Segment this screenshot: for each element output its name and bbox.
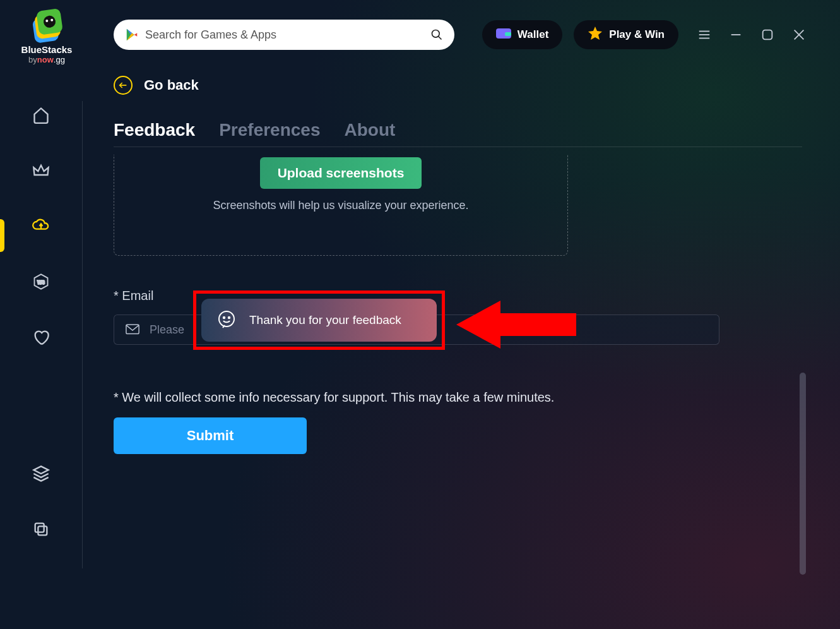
svg-rect-22	[35, 524, 44, 532]
wallet-label: Wallet	[518, 28, 548, 41]
mail-icon	[126, 324, 139, 335]
crown-icon[interactable]	[32, 162, 50, 179]
play-win-button[interactable]: Play & Win	[574, 20, 678, 49]
scrollbar[interactable]	[800, 373, 806, 575]
search-bar[interactable]	[114, 20, 454, 50]
upload-screenshots-button[interactable]: Upload screenshots	[260, 157, 422, 189]
smile-chat-icon	[216, 310, 237, 330]
go-back-button[interactable]: Go back	[114, 76, 802, 95]
maximize-icon[interactable]	[760, 28, 774, 42]
svg-rect-9	[505, 32, 511, 36]
brand-name: BlueStacks	[21, 44, 73, 55]
tabs: Feedback Preferences About	[114, 120, 802, 147]
minimize-icon[interactable]	[729, 28, 743, 42]
svg-line-7	[439, 37, 442, 40]
copy-icon[interactable]	[32, 520, 50, 538]
svg-rect-21	[38, 526, 47, 535]
annotation-overlay: Thank you for your feedback	[193, 291, 445, 350]
svg-marker-10	[588, 27, 602, 40]
arrow-left-icon	[114, 76, 133, 95]
search-icon	[430, 28, 443, 41]
tab-about[interactable]: About	[345, 120, 396, 140]
play-win-label: Play & Win	[609, 28, 665, 41]
tab-feedback[interactable]: Feedback	[114, 120, 195, 140]
submit-button[interactable]: Submit	[114, 417, 307, 454]
close-icon[interactable]	[792, 28, 806, 42]
heart-icon[interactable]	[32, 328, 50, 346]
feedback-toast: Thank you for your feedback	[201, 299, 437, 342]
search-input[interactable]	[145, 28, 430, 42]
wallet-icon	[496, 27, 511, 42]
sidebar-divider	[82, 101, 83, 568]
cloud-sync-icon[interactable]	[32, 217, 50, 235]
upload-hint: Screenshots will help us visualize your …	[114, 199, 567, 212]
bluestacks-logo-icon	[28, 5, 66, 43]
star-badge-icon	[588, 26, 603, 44]
home-icon[interactable]	[32, 106, 50, 124]
brand: BlueStacks bynow.gg	[15, 5, 78, 64]
svg-point-27	[228, 317, 230, 318]
svg-rect-24	[126, 325, 139, 334]
svg-marker-20	[33, 466, 48, 474]
wallet-button[interactable]: Wallet	[482, 20, 562, 49]
toast-text: Thank you for your feedback	[249, 313, 401, 327]
google-play-icon	[125, 28, 139, 42]
hex-w3-icon[interactable]: W3	[32, 273, 50, 291]
menu-icon[interactable]	[697, 28, 711, 42]
topbar: BlueStacks bynow.gg Wallet	[0, 0, 840, 69]
sidebar: W3	[0, 95, 82, 629]
collection-note: * We will collect some info necessary fo…	[114, 390, 802, 405]
brand-subline: bynow.gg	[28, 55, 65, 64]
annotation-arrow-icon	[456, 301, 576, 349]
svg-point-6	[432, 30, 440, 38]
annotation-box: Thank you for your feedback	[193, 291, 445, 350]
window-controls	[697, 28, 806, 42]
upload-dropzone[interactable]: Upload screenshots Screenshots will help…	[114, 155, 568, 256]
tab-preferences[interactable]: Preferences	[219, 120, 320, 140]
layers-icon[interactable]	[32, 465, 50, 482]
svg-text:W3: W3	[37, 280, 45, 285]
svg-rect-15	[763, 30, 772, 40]
svg-marker-28	[456, 301, 576, 349]
go-back-label: Go back	[144, 77, 199, 93]
svg-point-25	[219, 311, 234, 326]
active-marker	[0, 219, 4, 252]
svg-point-26	[223, 317, 225, 318]
